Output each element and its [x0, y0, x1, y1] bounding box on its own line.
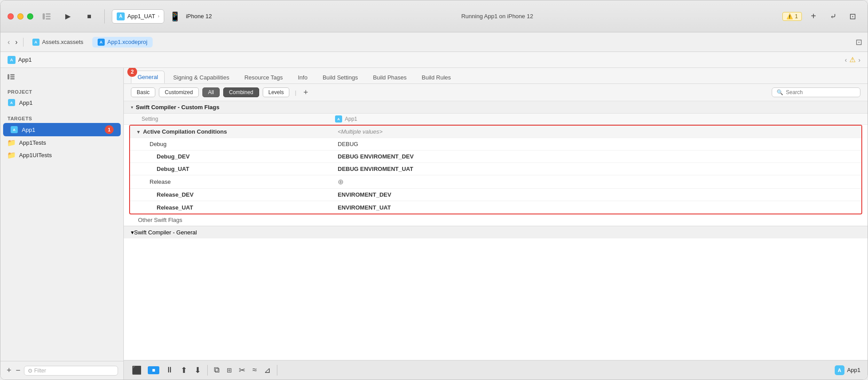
app1uitests-label: App1UITests	[19, 152, 52, 158]
project-item-icon: A	[8, 99, 16, 107]
scheme-icon: A	[117, 12, 125, 20]
breadcrumb-nav: ‹ ›	[6, 37, 20, 47]
settings-table: ▾ Swift Compiler - Custom Flags Setting …	[124, 101, 868, 360]
tab-bar: 2 General Signing & Capabilities Resourc…	[124, 68, 868, 84]
debugger-button[interactable]: ■	[148, 366, 159, 374]
filter-all-button[interactable]: All	[202, 87, 220, 97]
source-button[interactable]: ≈	[252, 364, 258, 376]
col-app1-icon: A	[335, 115, 342, 123]
sidebar-item-app1tests[interactable]: 📁 App1Tests	[0, 136, 123, 149]
release-row[interactable]: Release ⊕	[130, 175, 861, 189]
sidebar-item-project-app1[interactable]: A App1	[0, 96, 123, 109]
breakpoints-button[interactable]: ⏸	[165, 364, 174, 376]
svg-rect-6	[10, 76, 15, 78]
diff-button[interactable]: ⧆	[226, 364, 233, 376]
minimize-button[interactable]	[17, 13, 24, 20]
svg-rect-4	[8, 74, 9, 79]
navigator-button[interactable]: ⤶	[825, 8, 841, 24]
release-dev-row[interactable]: Release_DEV ENVIROMENT_DEV	[130, 189, 861, 201]
sidebar-item-app1[interactable]: A App1 1	[3, 123, 121, 136]
breadcrumb-tab-project[interactable]: A App1.xcodeproj	[92, 37, 153, 48]
section2-header[interactable]: ▾ Swift Compiler - General	[124, 226, 868, 238]
scheme-chevron-icon: ›	[158, 14, 159, 19]
app1tests-folder-icon: 📁	[8, 139, 16, 146]
split-editor-button[interactable]: ⊡	[856, 37, 862, 47]
nav-forward-button[interactable]: ›	[13, 37, 19, 47]
svg-rect-0	[43, 13, 45, 20]
filter-basic-button[interactable]: Basic	[131, 87, 155, 97]
svg-rect-3	[46, 18, 51, 20]
tab-build-settings[interactable]: Build Settings	[316, 71, 365, 83]
bottom-app-icon: A	[835, 365, 844, 375]
other-swift-flags-row[interactable]: Other Swift Flags	[124, 214, 868, 226]
console-button[interactable]: ⬛	[131, 364, 142, 376]
sidebar-item-app1uitests[interactable]: 📁 App1UITests	[0, 149, 123, 161]
tab-info[interactable]: Info	[291, 71, 314, 83]
tab-resource-tags[interactable]: Resource Tags	[238, 71, 289, 83]
step-down-button[interactable]: ⬇	[193, 364, 202, 376]
next-arrow-button[interactable]: ›	[858, 56, 860, 63]
project-section-header: PROJECT	[0, 86, 123, 96]
warning-triangle-icon: ⚠	[849, 55, 856, 64]
add-button[interactable]: +	[805, 8, 821, 24]
signing-tab-label: Signing & Capabilities	[173, 74, 229, 81]
debug-dev-value: DEBUG ENVIROMENT_DEV	[334, 153, 854, 160]
resource-tags-tab-label: Resource Tags	[245, 74, 283, 81]
build-rules-tab-label: Build Rules	[422, 74, 451, 81]
prev-arrow-button[interactable]: ‹	[845, 56, 847, 63]
project-bar: A App1 ‹ ⚠ ›	[0, 52, 868, 68]
build-settings-tab-label: Build Settings	[323, 74, 358, 81]
close-button[interactable]	[8, 13, 14, 20]
add-target-button[interactable]: +	[6, 365, 12, 376]
warning-badge[interactable]: ⚠️ 1	[782, 12, 802, 21]
filter-customized-button[interactable]: Customized	[159, 87, 198, 97]
tab-build-rules[interactable]: Build Rules	[415, 71, 458, 83]
sidebar-panel-button[interactable]	[5, 71, 17, 83]
run-status: Running App1 on iPhone 12	[217, 13, 777, 20]
step-over-button[interactable]: ⬆	[180, 364, 188, 376]
scheme-selector[interactable]: A App1_UAT ›	[112, 9, 164, 24]
bottom-toolbar: ⬛ ■ ⏸ ⬆ ⬇ ⧉ ⧆ ✂ ≈ ⊿ A App1	[124, 360, 868, 380]
split-button[interactable]: ⧉	[213, 364, 221, 376]
maximize-button[interactable]	[27, 13, 33, 20]
project-tab-label: App1.xcodeproj	[107, 39, 147, 45]
breadcrumb-tab-assets[interactable]: A Assets.xcassets	[27, 37, 89, 48]
debug-uat-row[interactable]: Debug_UAT DEBUG ENVIROMENT_UAT	[130, 163, 861, 175]
filter-search[interactable]: 🔍	[772, 87, 860, 97]
git-button[interactable]: ✂	[238, 364, 246, 376]
tab-general[interactable]: 2 General	[131, 71, 165, 83]
remove-target-button[interactable]: −	[15, 365, 22, 376]
filter-input-wrapper[interactable]: ⊙ Filter	[24, 366, 118, 376]
filter-levels-button[interactable]: Levels	[263, 87, 290, 97]
tab-build-phases[interactable]: Build Phases	[366, 71, 413, 83]
search-input[interactable]	[786, 89, 856, 95]
editor-area: 2 General Signing & Capabilities Resourc…	[124, 68, 868, 380]
release-plus-icon: ⊕	[338, 178, 343, 186]
release-label: Release	[137, 178, 334, 185]
stop-button[interactable]: ■	[81, 8, 97, 24]
sidebar-bottom: + − ⊙ Filter	[0, 361, 123, 380]
bottom-app-name: App1	[847, 367, 860, 373]
filter-add-button[interactable]: +	[302, 88, 310, 97]
filter-combined-button[interactable]: Combined	[223, 87, 259, 97]
debug-value: DEBUG	[334, 141, 854, 147]
col-app1-header: A App1	[335, 115, 860, 123]
debug-dev-row[interactable]: Debug_DEV DEBUG ENVIROMENT_DEV	[130, 150, 861, 163]
device-name: iPhone 12	[186, 13, 212, 20]
debug-row[interactable]: Debug DEBUG	[130, 138, 861, 150]
nav-back-button[interactable]: ‹	[6, 37, 12, 47]
tab-signing[interactable]: Signing & Capabilities	[166, 71, 236, 83]
sidebar-targets-section: TARGETS A App1 1 📁 App1Tests 📁 App1UITes…	[0, 112, 123, 165]
breadcrumb-divider	[23, 38, 24, 47]
play-button[interactable]: ▶	[60, 8, 76, 24]
section1-header[interactable]: ▾ Swift Compiler - Custom Flags	[124, 101, 868, 114]
app1-badge: 1	[105, 125, 114, 134]
release-uat-row[interactable]: Release_UAT ENVIROMENT_UAT	[130, 201, 861, 214]
assets-tab-label: Assets.xcassets	[42, 39, 83, 45]
sidebar-toggle-button[interactable]	[39, 8, 55, 24]
section1-chevron-icon: ▾	[131, 105, 133, 110]
filter-button[interactable]: ⊿	[263, 364, 272, 376]
split-view-button[interactable]: ⊡	[844, 8, 860, 24]
bottom-divider2	[277, 365, 277, 376]
active-compilation-row[interactable]: ▾ Active Compilation Conditions <Multipl…	[130, 126, 861, 138]
